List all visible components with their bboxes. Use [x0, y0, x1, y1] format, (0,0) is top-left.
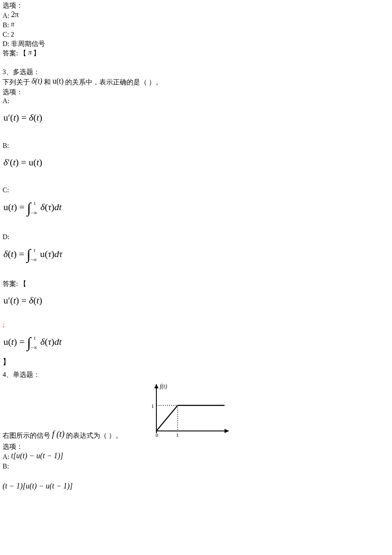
q3-options-label: 选项：: [3, 88, 389, 97]
q2-answer-expr: π: [28, 49, 32, 56]
q3-stem-pre: 下列关于: [3, 78, 32, 86]
q3-stem-post: 的关系中，表示正确的是（ ）。: [63, 78, 162, 86]
q2-a-label: A:: [3, 12, 11, 19]
q3-header: 3、多选题：: [3, 68, 389, 77]
q3-ans1: u′(t) = δ(t): [3, 295, 389, 307]
q3-delta: δ(t): [32, 77, 42, 85]
q3-sep: ;: [3, 321, 389, 330]
q2-answer-close: 】: [32, 49, 40, 57]
q4-b-label: B:: [3, 462, 389, 471]
q2-b-label: B:: [3, 21, 11, 29]
signal-plot-svg: f(t) 1 0 1: [139, 380, 233, 439]
q2-option-a: A: 2π: [3, 11, 389, 20]
q2-d-label: D:: [3, 40, 11, 47]
q3-c-label: C:: [3, 186, 389, 195]
q2-option-c: C: 2: [3, 30, 389, 39]
q2-answer: 答案: 【 π 】: [3, 49, 389, 58]
q4-b-eq: (t − 1)[u(t) − u(t − 1)]: [3, 481, 389, 491]
q4-header: 4、单选题：: [3, 370, 389, 379]
q3-a-eq: u′(t) = δ(t): [3, 112, 389, 124]
q2-c-val: 2: [11, 31, 14, 38]
q3-ans2-lower: −∞: [31, 345, 37, 350]
q3-a-label: A:: [3, 97, 389, 106]
q3-c-eq: u(t) = ∫ t−∞ δ(τ)dt: [3, 201, 389, 215]
q3-b-eq: δ′(t) = u(t): [3, 156, 389, 169]
q4-option-a: A: t[u(t) − u(t − 1)]: [3, 452, 389, 462]
q2-a-expr: 2π: [11, 10, 19, 19]
q4-a-label: A:: [3, 453, 11, 460]
q3-c-upper: t: [34, 201, 40, 206]
q3-d-upper: t: [34, 248, 40, 253]
q3-ans2-upper: t: [34, 335, 40, 341]
q3-b-label: B:: [3, 142, 389, 150]
q2-option-d: D: 非周期信号: [3, 40, 389, 49]
q3-d-eq: δ(t) = ∫ t−∞ u(τ)dτ: [3, 248, 389, 262]
svg-marker-3: [154, 384, 159, 388]
q4-stem-pre: 右图所示的信号: [3, 432, 52, 439]
q3-stem: 下列关于 δ(t) 和 u(t) 的关系中，表示正确的是（ ）。: [3, 77, 389, 87]
q4-options-label: 选项：: [3, 442, 389, 451]
q2-option-b: B: π: [3, 21, 389, 30]
q3-c-lower: −∞: [31, 210, 37, 215]
q3-u: u(t): [52, 77, 63, 85]
q2-options-label: 选项：: [3, 1, 389, 10]
svg-text:f(t): f(t): [160, 383, 167, 390]
q4-a-eq: t[u(t) − u(t − 1)]: [11, 451, 63, 460]
q4-stem-post: 的表达式为（ ）。: [64, 432, 122, 439]
q2-b-expr: π: [11, 20, 14, 28]
svg-text:1: 1: [151, 403, 154, 409]
q4-f: f (t): [52, 429, 64, 439]
q4-chart: f(t) 1 0 1: [139, 380, 233, 442]
q2-c-label: C:: [3, 31, 11, 38]
q3-d-lower: −∞: [30, 257, 37, 262]
q3-answer-close: 】: [3, 357, 389, 367]
q2-answer-label: 答案: 【: [3, 49, 28, 57]
svg-text:0: 0: [156, 432, 159, 438]
q3-stem-mid: 和: [42, 78, 52, 86]
q3-answer-open: 答案: 【: [3, 280, 389, 289]
svg-text:1: 1: [176, 432, 179, 438]
svg-line-6: [156, 405, 178, 431]
svg-marker-1: [225, 429, 229, 433]
q3-d-label: D:: [3, 233, 389, 242]
q4-stem-line: 右图所示的信号 f (t) 的表达式为（ ）。 f(t) 1 0 1: [3, 380, 389, 442]
q2-d-val: 非周期信号: [11, 40, 45, 47]
q3-ans2: u(t) = ∫ t−∞ δ(τ)dt: [3, 335, 389, 350]
